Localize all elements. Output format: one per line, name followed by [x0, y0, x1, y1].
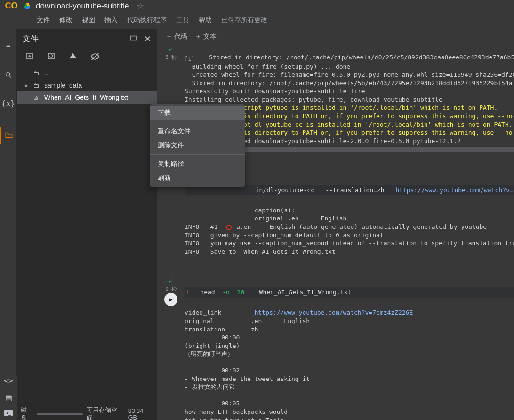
ctx-copy-path[interactable]: 复制路径 — [150, 157, 245, 171]
colab-logo: CO — [4, 1, 19, 11]
sidebar-title: 文件 — [23, 33, 39, 44]
code-snippets-icon[interactable]: <> — [4, 376, 13, 385]
drive-icon — [24, 2, 31, 10]
files-tab-icon[interactable] — [0, 127, 17, 144]
ctx-download[interactable]: 下载 — [150, 106, 245, 120]
star-icon[interactable]: ☆ — [137, 1, 144, 11]
cell-time: 0 秒 — [165, 285, 177, 292]
menu-file[interactable]: 文件 — [32, 13, 55, 27]
menu-tools[interactable]: 工具 — [171, 13, 194, 27]
cell2-url[interactable]: https://www.youtube.com/watch?v=7emz4zZ2… — [395, 186, 514, 194]
terminal-icon[interactable]: >_ — [4, 410, 13, 416]
ctx-separator — [150, 122, 245, 122]
disk-label: 磁盘 — [21, 406, 33, 420]
cell3-output: video_link https://www.youtube.com/watch… — [185, 309, 413, 420]
tree-file-label: When_AI_Gets_It_Wrong.txt — [44, 94, 128, 101]
cell2-output-pre: caption(s): original .en English INFO: #… — [185, 207, 514, 255]
cell3-n: -n — [222, 289, 230, 296]
toc-icon[interactable]: ≡ — [4, 42, 13, 51]
menu-edit[interactable]: 修改 — [55, 13, 77, 27]
run-button[interactable]: ▶ — [164, 293, 177, 306]
file-context-menu: 下载 重命名文件 删除文件 复制路径 刷新 — [150, 104, 245, 187]
close-icon[interactable]: ✕ — [144, 34, 151, 44]
tree-folder-sample[interactable]: ▸ 🗀 sample_data — [17, 79, 157, 91]
disk-space-value: 83.34 GB — [128, 408, 153, 420]
menu-view[interactable]: 视图 — [77, 13, 100, 27]
cell1-output: Stored in directory: /root/.cache/pip/wh… — [185, 54, 514, 103]
notebook-title[interactable]: download-youtube-subtitle — [36, 1, 129, 11]
svg-marker-7 — [70, 53, 76, 58]
add-text-label: 文本 — [203, 32, 217, 41]
mount-drive-icon[interactable] — [69, 52, 77, 61]
check-icon: ✓ — [169, 276, 173, 285]
variables-icon[interactable]: {x} — [4, 98, 13, 108]
cell-3: ✓ 0 秒 ▶ ! head -n 20 When_AI_Gets_It_Wro… — [157, 276, 514, 420]
menu-insert[interactable]: 插入 — [100, 13, 122, 27]
hide-icon[interactable] — [90, 52, 100, 61]
tree-folder-label: sample_data — [44, 81, 82, 89]
add-code-label: 代码 — [174, 32, 187, 41]
new-window-icon[interactable] — [129, 34, 137, 44]
cell3-link[interactable]: https://www.youtube.com/watch?v=7emz4zZ2… — [255, 309, 413, 316]
cell3-num: 20 — [237, 289, 245, 296]
ctx-refresh[interactable]: 刷新 — [150, 171, 245, 185]
cell3-head: head — [200, 289, 215, 296]
file-icon: 🗎 — [33, 94, 41, 101]
folder-up-icon: 🗀 — [33, 70, 41, 77]
add-text-button[interactable]: ＋ 文本 — [195, 32, 217, 41]
folder-icon: 🗀 — [33, 82, 41, 89]
upload-icon[interactable] — [25, 52, 34, 61]
tree-up-label: .. — [44, 69, 48, 77]
cell-in-count: [1] — [185, 55, 201, 63]
ctx-delete[interactable]: 删除文件 — [150, 138, 245, 153]
svg-point-4 — [6, 73, 9, 76]
menu-runtime[interactable]: 代码执行程序 — [122, 13, 171, 27]
command-palette-icon[interactable]: ▤ — [4, 393, 13, 402]
ctx-separator — [150, 154, 245, 155]
tree-up[interactable]: 🗀 .. — [17, 67, 157, 79]
menu-help[interactable]: 帮助 — [194, 13, 217, 27]
svg-line-5 — [9, 76, 11, 78]
add-code-button[interactable]: ＋ 代码 — [166, 32, 187, 41]
ctx-rename[interactable]: 重命名文件 — [150, 124, 245, 138]
cell2-flag: --translation=zh — [325, 186, 384, 194]
cell3-file: When_AI_Gets_It_Wrong.txt — [259, 289, 352, 296]
cell2-path: in/dl-youtube-cc — [256, 186, 314, 194]
refresh-icon[interactable] — [47, 52, 56, 61]
disk-usage-bar — [37, 413, 83, 415]
chevron-right-icon[interactable]: ▸ — [25, 82, 30, 89]
cell3-cmd[interactable]: ! head -n 20 When_AI_Gets_It_Wrong.txt — [185, 287, 514, 298]
search-icon[interactable] — [4, 70, 13, 80]
cell-2: in/dl-youtube-cc --translation=zh https:… — [157, 174, 514, 267]
disk-space-label: 可用存储空间: — [87, 406, 124, 420]
svg-rect-6 — [130, 36, 136, 40]
save-status: 已保存所有更改 — [217, 13, 272, 27]
tree-file-selected[interactable]: 🗎 When_AI_Gets_It_Wrong.txt — [17, 91, 157, 104]
check-icon: ✓ — [169, 45, 173, 54]
record-dot-icon — [226, 225, 232, 230]
cell-time: 8 秒 — [165, 54, 177, 60]
cell3-bang: ! — [185, 289, 189, 296]
